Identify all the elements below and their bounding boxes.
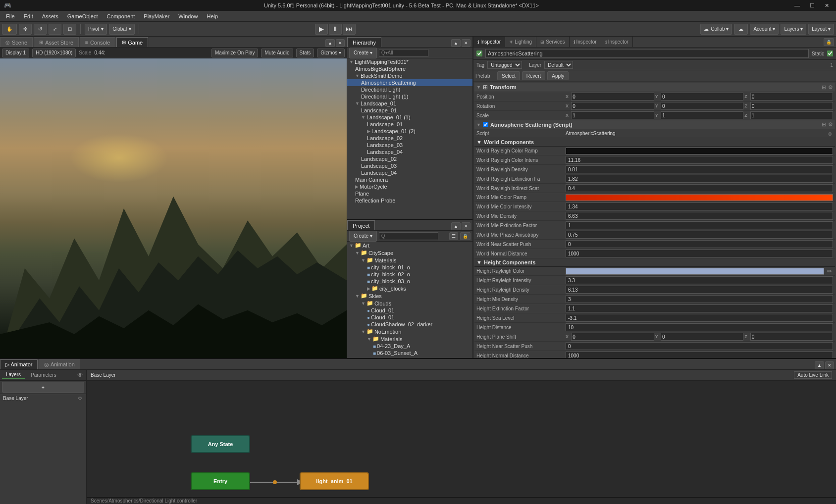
tab-animator[interactable]: ▷ Animator xyxy=(0,359,38,369)
project-maximize-btn[interactable]: ▲ xyxy=(451,222,461,230)
project-item-city-block-01[interactable]: ■ city_block_01_o xyxy=(347,264,472,271)
step-btn[interactable]: ⏭ xyxy=(343,24,356,35)
world-mie-extinction-input[interactable] xyxy=(566,221,833,229)
transform-header[interactable]: ▼ ⊞ Transform ⊞ ⚙ xyxy=(474,83,835,92)
state-entry[interactable]: Entry xyxy=(191,472,250,490)
tab-console[interactable]: ≡ Console xyxy=(80,37,115,47)
close-btn[interactable]: ✕ xyxy=(822,2,832,9)
hierarchy-item-atmos-sphere[interactable]: AtmosBigBadSphere xyxy=(347,65,472,72)
tag-dropdown[interactable]: Untagged xyxy=(487,61,522,69)
hierarchy-item-reflection-probe[interactable]: Reflection Probe xyxy=(347,197,472,204)
project-item-skies[interactable]: ▼ 📁 Skies xyxy=(347,292,472,300)
inspector-tab-inspector3[interactable]: ℹ Inspector xyxy=(601,37,633,47)
hierarchy-item-landscape-04-inner[interactable]: Landscape_04 xyxy=(347,149,472,155)
scale-x[interactable] xyxy=(571,111,654,119)
animator-close-btn[interactable]: ✕ xyxy=(825,361,834,369)
height-rayleigh-intensity-input[interactable] xyxy=(566,276,833,284)
maximize-on-play-btn[interactable]: Maximize On Play xyxy=(211,49,259,57)
height-plane-shift-z[interactable] xyxy=(750,333,833,341)
menu-window[interactable]: Window xyxy=(174,12,202,20)
world-rayleigh-indirect-input[interactable] xyxy=(566,184,833,192)
project-item-city-block-02[interactable]: ■ city_block_02_o xyxy=(347,271,472,278)
global-dropdown[interactable]: Global ▾ xyxy=(109,24,135,35)
height-components-section[interactable]: ▼ Height Components xyxy=(474,258,835,267)
pause-btn[interactable]: ⏸ xyxy=(329,24,342,35)
tab-game[interactable]: ⊞ Game xyxy=(116,37,148,47)
scale-y[interactable] xyxy=(661,111,743,119)
project-item-noemotion[interactable]: ▼ 📁 NoEmotion xyxy=(347,328,472,335)
world-rayleigh-color-bar[interactable] xyxy=(566,148,833,154)
maximize-viewport-btn[interactable]: ▲ xyxy=(325,39,335,47)
inspector-tab-main[interactable]: ℹ Inspector xyxy=(473,37,505,47)
script-link-btn[interactable]: ⊞ xyxy=(822,121,826,128)
hierarchy-item-landscape-01-1[interactable]: ▼ Landscape_01 (1) xyxy=(347,114,472,121)
project-item-city-block-03[interactable]: ■ city_block_03_o xyxy=(347,278,472,285)
world-rayleigh-extinction-input[interactable] xyxy=(566,175,833,183)
height-mie-density-input[interactable] xyxy=(566,295,833,303)
hierarchy-item-blacksmith[interactable]: ▼ BlackSmithDemo xyxy=(347,72,472,79)
hierarchy-item-main-camera[interactable]: Main Camera xyxy=(347,176,472,183)
world-mie-density-input[interactable] xyxy=(566,212,833,220)
tab-scene[interactable]: ◎ Scene xyxy=(0,37,33,47)
position-z[interactable] xyxy=(750,93,833,101)
menu-file[interactable]: File xyxy=(2,12,19,20)
height-color-edit-btn[interactable]: ✏ xyxy=(826,268,833,275)
layout-dropdown[interactable]: Layout ▾ xyxy=(808,24,834,35)
close-viewport-btn[interactable]: ✕ xyxy=(336,39,345,47)
tab-project[interactable]: Project xyxy=(347,220,375,230)
hierarchy-create-btn[interactable]: Create ▾ xyxy=(349,48,377,58)
inspector-tab-lighting[interactable]: ☀ Lighting xyxy=(505,37,536,47)
mute-audio-btn[interactable]: Mute Audio xyxy=(261,49,293,57)
menu-playmaker[interactable]: PlayMaker xyxy=(140,12,173,20)
script-header[interactable]: ▼ Atmospheric Scattering (Script) ⊞ ⚙ xyxy=(474,120,835,129)
stats-btn[interactable]: Stats xyxy=(296,49,314,57)
hierarchy-item-landscape-04[interactable]: Landscape_04 xyxy=(347,169,472,176)
height-plane-shift-x[interactable] xyxy=(571,333,654,341)
hierarchy-item-landscape-01-2[interactable]: ▶ Landscape_01 (2) xyxy=(347,128,472,135)
anim-tab-layers[interactable]: Layers xyxy=(2,371,25,379)
project-item-06-03-sunset-a[interactable]: ■ 06-03_Sunset_A xyxy=(347,350,472,356)
project-item-noemotion-materials[interactable]: ▼ 📁 Materials xyxy=(347,335,472,343)
prefab-revert-btn[interactable]: Revert xyxy=(522,71,545,80)
world-near-scatter-input[interactable] xyxy=(566,240,833,248)
hierarchy-item-motorcycle[interactable]: ▶ MotorCycle xyxy=(347,183,472,190)
hierarchy-item-atmospheric-scattering[interactable]: AtmosphericScattering xyxy=(347,79,472,86)
anim-tab-parameters[interactable]: Parameters xyxy=(27,372,60,378)
hierarchy-item-dir-light-1[interactable]: Directional Light (1) xyxy=(347,93,472,100)
transform-gear-btn[interactable]: ⚙ xyxy=(828,84,833,91)
object-name-input[interactable] xyxy=(485,49,809,58)
inspector-tab-services[interactable]: ⊞ Services xyxy=(536,37,569,47)
hierarchy-item-landscape-03-inner[interactable]: Landscape_03 xyxy=(347,142,472,149)
world-components-section[interactable]: ▼ World Components xyxy=(474,138,835,147)
hierarchy-item-landscape-02[interactable]: Landscape_02 xyxy=(347,155,472,162)
inspector-tab-inspector2[interactable]: ℹ Inspector xyxy=(570,37,601,47)
prefab-select-btn[interactable]: Select xyxy=(497,71,520,80)
auto-live-link-btn[interactable]: Auto Live Link xyxy=(794,371,832,379)
layers-dropdown[interactable]: Layers ▾ xyxy=(781,24,806,35)
transform-move-btn[interactable]: ✜ xyxy=(19,24,32,35)
height-plane-shift-y[interactable] xyxy=(661,333,743,341)
menu-help[interactable]: Help xyxy=(203,12,222,20)
transform-rotate-btn[interactable]: ↺ xyxy=(34,24,47,35)
hierarchy-item-landscape-03[interactable]: Landscape_03 xyxy=(347,162,472,169)
transform-scale-btn[interactable]: ⤢ xyxy=(49,24,61,35)
project-lock-btn[interactable]: 🔒 xyxy=(460,232,470,240)
transform-link-btn[interactable]: ⊞ xyxy=(822,84,826,91)
animator-maximize-btn[interactable]: ▲ xyxy=(815,361,824,369)
account-dropdown[interactable]: Account ▾ xyxy=(750,24,779,35)
object-active-checkbox[interactable] xyxy=(476,50,482,56)
height-rayleigh-density-input[interactable] xyxy=(566,286,833,294)
play-btn[interactable]: ▶ xyxy=(315,24,328,35)
script-gear-btn[interactable]: ⚙ xyxy=(828,121,833,128)
tab-animation[interactable]: ◎ Animation xyxy=(39,359,80,369)
prefab-apply-btn[interactable]: Apply xyxy=(547,71,569,80)
gizmos-dropdown[interactable]: Gizmos ▾ xyxy=(317,49,345,57)
position-y[interactable] xyxy=(661,93,743,101)
height-rayleigh-color-bar[interactable] xyxy=(566,268,824,275)
cloud-btn[interactable]: ☁ xyxy=(734,24,748,35)
project-item-04-23-day-a[interactable]: ■ 04-23_Day_A xyxy=(347,343,472,350)
hierarchy-item-landscape-01-group[interactable]: ▼ Landscape_01 xyxy=(347,100,472,107)
pivot-dropdown[interactable]: Pivot ▾ xyxy=(85,24,107,35)
world-rayleigh-intensity-input[interactable] xyxy=(566,156,833,164)
static-checkbox[interactable] xyxy=(827,50,833,56)
